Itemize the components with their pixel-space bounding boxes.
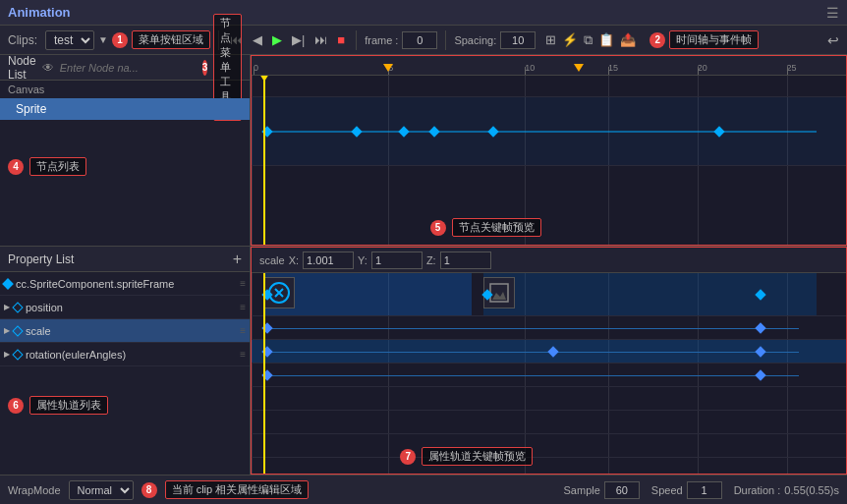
kf-connect-line xyxy=(263,131,817,132)
clip-select[interactable]: test xyxy=(45,30,94,50)
node-list-title: Node List xyxy=(8,54,36,82)
clips-label: Clips: xyxy=(8,33,37,47)
skip-end-button[interactable]: ⏭ xyxy=(311,31,330,48)
node-list-body: Canvas Sprite 4 节点列表 xyxy=(0,81,250,246)
prop-timeline-body[interactable]: 7 属性轨道关键帧预览 xyxy=(252,273,846,474)
scale-y-label: Y: xyxy=(358,254,367,266)
canvas-track-row xyxy=(252,76,846,97)
copy-icon[interactable]: ⧉ xyxy=(582,31,594,49)
prop-name-rotation: rotation(eulerAngles) xyxy=(26,349,240,361)
step-forward-button[interactable]: ▶| xyxy=(289,31,308,48)
wrapmode-select[interactable]: Normal xyxy=(69,480,134,500)
main-area: Node List 👁 3 节点菜单工具栏 Canvas Sprite 4 节点… xyxy=(0,55,847,475)
menu-icon[interactable]: ☰ xyxy=(826,5,839,21)
sample-input[interactable] xyxy=(604,481,640,499)
timeline-ruler: 0 5 10 15 20 25 xyxy=(252,56,846,76)
grid-icon[interactable]: ⊞ xyxy=(543,31,558,49)
step-back-button[interactable]: ◀ xyxy=(250,31,265,48)
kf-sprite-6[interactable] xyxy=(713,126,724,137)
node-visibility-icon[interactable]: 👁 xyxy=(42,61,54,75)
toolbar-badge-5: 5 xyxy=(430,220,446,236)
event-marker-1 xyxy=(388,64,393,72)
frame-input[interactable] xyxy=(402,31,437,49)
prop-menu-scale[interactable]: ≡ xyxy=(240,325,246,336)
kf-sprite-4[interactable] xyxy=(428,126,439,137)
prop-item-scale[interactable]: ▶ scale ≡ xyxy=(0,319,250,343)
scale-z-input[interactable] xyxy=(440,252,491,269)
toolbar-badge-6-label: 属性轨道列表 xyxy=(29,396,108,415)
prop-arrow-scale: ▶ xyxy=(4,326,10,335)
property-list-body: cc.SpriteComponent.spriteFrame ≡ ▶ posit… xyxy=(0,272,250,475)
position-track-row xyxy=(252,316,846,340)
prop-name-spriteframe: cc.SpriteComponent.spriteFrame xyxy=(16,278,240,290)
kf-sprite-3[interactable] xyxy=(399,126,410,137)
timeline-top: 0 5 10 15 20 25 xyxy=(251,55,847,246)
ruler-tick-15 xyxy=(608,67,609,75)
record-button[interactable]: ■ xyxy=(334,31,348,48)
kf-sprite-5[interactable] xyxy=(487,126,498,137)
kf-pos-2[interactable] xyxy=(756,322,766,333)
rotation-track-row xyxy=(252,364,846,387)
scale-x-label: X: xyxy=(289,254,299,266)
prop-timeline-header: scale X: Y: Z: xyxy=(252,248,846,273)
toolbar-icons: ⊞ ⚡ ⧉ 📋 📤 xyxy=(543,31,638,49)
sample-label: Sample xyxy=(564,484,600,496)
node-list-panel: Node List 👁 3 节点菜单工具栏 Canvas Sprite 4 节点… xyxy=(0,55,251,246)
scale-label: scale xyxy=(259,254,285,266)
node-search-input[interactable] xyxy=(60,62,197,74)
prop-playhead[interactable] xyxy=(263,273,265,474)
sprite-frame-track xyxy=(252,273,846,316)
ruler-tick-20 xyxy=(698,67,699,75)
frame-input-wrap: frame : xyxy=(365,31,437,49)
ruler-num-20: 20 xyxy=(698,63,707,73)
lightning-icon[interactable]: ⚡ xyxy=(560,31,580,49)
duration-item: Duration : 0.55(0.55)s xyxy=(734,484,839,496)
prop-item-position[interactable]: ▶ position ≡ xyxy=(0,296,250,319)
prop-menu-spriteframe[interactable]: ≡ xyxy=(240,278,246,289)
app-title: Animation xyxy=(8,5,71,20)
clip-dropdown-icon[interactable]: ▼ xyxy=(98,34,108,45)
speed-input[interactable] xyxy=(687,481,722,499)
spacing-wrap: Spacing: xyxy=(454,31,536,49)
ruler-tick-25 xyxy=(787,67,788,75)
prop-name-scale: scale xyxy=(26,325,240,337)
event-marker-2 xyxy=(579,64,584,72)
node-item-sprite[interactable]: Sprite xyxy=(0,98,250,120)
kf-rot-2[interactable] xyxy=(756,369,766,380)
rot-track-line xyxy=(263,375,799,376)
title-bar-left: Animation xyxy=(8,5,71,20)
scale-z-label: Z: xyxy=(426,254,436,266)
paste-icon[interactable]: 📋 xyxy=(596,31,616,49)
scale-x-input[interactable] xyxy=(303,252,354,269)
playhead[interactable] xyxy=(263,76,265,245)
badge-7-container: 7 属性轨道关键帧预览 xyxy=(400,447,533,466)
prop-item-rotation[interactable]: ▶ rotation(eulerAngles) ≡ xyxy=(0,343,250,366)
toolbar-badge-7: 7 xyxy=(400,449,416,465)
property-add-button[interactable]: + xyxy=(233,252,242,267)
play-button[interactable]: ▶ xyxy=(269,31,285,48)
prop-diamond-rotation xyxy=(12,349,23,360)
ruler-num-25: 25 xyxy=(787,63,797,73)
node-toolbar-badge-3: 3 xyxy=(202,60,208,76)
undock-button[interactable]: ↩ xyxy=(827,32,839,48)
toolbar-badge-5-label: 节点关键帧预览 xyxy=(452,218,541,237)
toolbar-sep-2 xyxy=(356,30,357,50)
prop-item-spritframe[interactable]: cc.SpriteComponent.spriteFrame ≡ xyxy=(0,272,250,296)
node-list-header: Node List 👁 3 节点菜单工具栏 xyxy=(0,55,250,81)
spacing-input[interactable] xyxy=(500,31,536,49)
ruler-numbers: 0 5 10 15 20 25 xyxy=(252,56,846,75)
prop-menu-position[interactable]: ≡ xyxy=(240,302,246,312)
prop-name-position: position xyxy=(26,302,240,313)
speed-label: Speed xyxy=(651,484,683,496)
toolbar-badge-4-label: 节点列表 xyxy=(29,157,86,176)
empty-track-3 xyxy=(252,434,846,458)
export-icon[interactable]: 📤 xyxy=(618,31,638,49)
timeline-node-content[interactable]: 5 节点关键帧预览 xyxy=(252,76,846,245)
empty-track-1 xyxy=(252,387,846,411)
scale-y-input[interactable] xyxy=(371,252,423,269)
ruler-tick-10 xyxy=(525,67,526,75)
kf-sprite-2[interactable] xyxy=(351,126,362,137)
prop-menu-rotation[interactable]: ≡ xyxy=(240,349,246,360)
property-list-panel: Property List + cc.SpriteComponent.sprit… xyxy=(0,247,251,475)
prop-diamond-spriteframe xyxy=(2,278,13,289)
